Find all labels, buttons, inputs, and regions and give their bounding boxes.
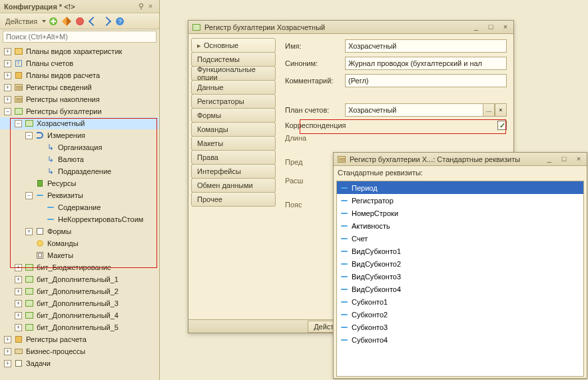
tab-прочее[interactable]: Прочее [191, 192, 276, 207]
tab-подсистемы[interactable]: Подсистемы [191, 52, 276, 67]
plan-clear-button[interactable]: × [495, 103, 507, 117]
maximize-button[interactable]: □ [485, 23, 496, 32]
maximize-button[interactable]: □ [559, 155, 569, 164]
tree-item[interactable]: −Регистры бухгалтерии [0, 105, 159, 117]
search-input[interactable] [3, 31, 156, 43]
tree-item[interactable]: +Регистры расчета [0, 333, 159, 345]
tab-основные[interactable]: Основные [191, 38, 276, 53]
expand-toggle[interactable]: + [4, 96, 11, 103]
tree-item[interactable]: +бит_Дополнительный_3 [0, 297, 159, 309]
minimize-button[interactable]: _ [544, 155, 555, 164]
list-item[interactable]: Активность [337, 219, 583, 232]
plan-field[interactable]: Хозрасчетный [345, 103, 483, 117]
tab-регистраторы[interactable]: Регистраторы [191, 94, 276, 109]
list-item[interactable]: ВидСубконто3 [337, 270, 583, 283]
tree-item[interactable]: +Регистры накопления [0, 93, 159, 105]
arrow-down-button[interactable] [101, 15, 113, 27]
tab-функциональные-опции[interactable]: Функциональные опции [191, 66, 276, 81]
config-tree[interactable]: +Планы видов характеристик+Планы счетов+… [0, 44, 159, 377]
expand-toggle[interactable]: − [25, 192, 33, 199]
tree-item[interactable]: −Реквизиты [0, 189, 159, 201]
expand-toggle[interactable]: + [15, 264, 22, 271]
expand-toggle[interactable]: + [4, 60, 11, 67]
tree-item[interactable]: Содержание [0, 201, 159, 213]
tree-item[interactable]: +бит_Дополнительный_4 [0, 309, 159, 321]
expand-toggle[interactable]: − [4, 108, 11, 115]
tree-item[interactable]: ↳Организация [0, 141, 159, 153]
expand-toggle[interactable]: + [25, 228, 33, 235]
expand-toggle[interactable]: + [15, 324, 22, 331]
tree-item[interactable]: +бит_Дополнительный_2 [0, 285, 159, 297]
close-button[interactable]: × [573, 155, 584, 164]
actions-menu[interactable]: Действия [3, 17, 40, 25]
list-item[interactable]: НомерСтроки [337, 207, 583, 219]
std-attrs-list[interactable]: ПериодРегистраторНомерСтрокиАктивностьСч… [336, 181, 584, 377]
tree-item[interactable]: ↳Валюта [0, 153, 159, 165]
list-item[interactable]: Субконто4 [337, 333, 583, 346]
tree-item[interactable]: +Планы видов характеристик [0, 45, 159, 57]
expand-toggle[interactable]: − [25, 132, 33, 139]
list-item[interactable]: Субконто1 [337, 295, 583, 308]
delete-button[interactable] [74, 15, 86, 27]
tree-item[interactable]: ↳Подразделение [0, 165, 159, 177]
chevron-down-icon[interactable] [42, 20, 46, 23]
edit-button[interactable] [61, 15, 73, 27]
plan-select-button[interactable]: … [483, 103, 495, 117]
panel-close-icon[interactable]: × [146, 2, 155, 11]
tree-item[interactable]: Ресурсы [0, 177, 159, 189]
tab-формы[interactable]: Формы [191, 108, 276, 123]
tab-команды[interactable]: Команды [191, 122, 276, 137]
help-button[interactable]: ? [114, 15, 126, 27]
tree-item[interactable]: +Задачи [0, 357, 159, 369]
expand-toggle[interactable]: + [4, 84, 11, 91]
expand-toggle[interactable]: + [4, 336, 11, 343]
list-item[interactable]: ВидСубконто1 [337, 245, 583, 257]
tree-item[interactable]: +Планы счетов [0, 57, 159, 69]
expand-toggle[interactable]: + [4, 48, 11, 55]
name-field[interactable]: Хозрасчетный [345, 39, 507, 53]
expand-toggle[interactable]: + [4, 360, 11, 367]
arrow-up-button[interactable] [87, 15, 99, 27]
expand-toggle[interactable]: + [15, 288, 22, 295]
pin-icon[interactable]: ⚲ [137, 2, 146, 11]
tree-item[interactable]: Команды [0, 237, 159, 249]
tab-данные[interactable]: Данные [191, 80, 276, 95]
tree-item[interactable]: −Измерения [0, 129, 159, 141]
list-item[interactable]: Счет [337, 232, 583, 245]
editor-titlebar[interactable]: Регистр бухгалтерии Хозрасчетный _ □ × [188, 21, 513, 34]
tree-item[interactable]: Макеты [0, 249, 159, 261]
list-item[interactable]: Субконто2 [337, 308, 583, 321]
tree-item[interactable]: +бит_Бюджетирование [0, 261, 159, 273]
list-item[interactable]: Субконто3 [337, 321, 583, 333]
tree-item[interactable]: −Хозрасчетный [0, 117, 159, 129]
std-titlebar[interactable]: Регистр бухгалтерии Х...: Стандартные ре… [334, 153, 587, 166]
tab-макеты[interactable]: Макеты [191, 136, 276, 151]
tab-интерфейсы[interactable]: Интерфейсы [191, 164, 276, 179]
expand-toggle[interactable]: + [4, 72, 11, 79]
tree-item[interactable]: НеКорректироватьСтоим [0, 213, 159, 225]
close-button[interactable]: × [500, 23, 511, 32]
list-item[interactable]: ВидСубконто4 [337, 283, 583, 295]
tree-item[interactable]: +Бизнес-процессы [0, 345, 159, 357]
synonym-field[interactable]: Журнал проводок (бухгалтерский и нал [345, 57, 507, 70]
tab-права[interactable]: Права [191, 150, 276, 165]
minimize-button[interactable]: _ [471, 23, 481, 32]
tree-item[interactable]: +Планы видов расчета [0, 69, 159, 81]
expand-toggle[interactable]: + [15, 312, 22, 319]
tree-item[interactable]: +бит_Дополнительный_1 [0, 273, 159, 285]
expand-toggle[interactable]: + [15, 276, 22, 283]
expand-toggle[interactable]: + [15, 300, 22, 307]
tree-item[interactable]: +Регистры сведений [0, 81, 159, 93]
list-item-label: ВидСубконто3 [352, 273, 401, 281]
tree-item[interactable]: +бит_Дополнительный_5 [0, 321, 159, 333]
expand-toggle[interactable]: + [4, 348, 11, 355]
list-item[interactable]: Период [337, 181, 583, 194]
add-button[interactable] [47, 15, 59, 27]
comment-field[interactable]: (Регл) [345, 74, 507, 87]
tab-обмен-данными[interactable]: Обмен данными [191, 178, 276, 193]
list-item[interactable]: ВидСубконто2 [337, 257, 583, 270]
expand-toggle[interactable]: − [15, 120, 22, 127]
tree-item[interactable]: +Формы [0, 225, 159, 237]
list-item[interactable]: Регистратор [337, 194, 583, 207]
corr-checkbox[interactable]: ✓ [497, 121, 507, 130]
